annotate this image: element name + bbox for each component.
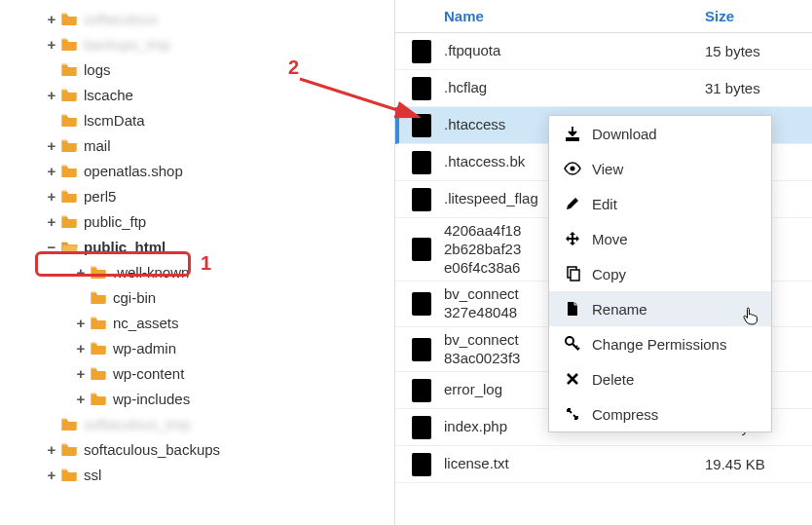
tree-item-label: backups_tmp	[84, 36, 170, 53]
tree-item-perl5[interactable]: +perl5	[0, 183, 394, 208]
menu-item-label: Rename	[592, 301, 647, 318]
file-icon	[399, 113, 444, 138]
file-name: .hcflag	[444, 79, 705, 97]
expand-toggle[interactable]: +	[45, 441, 58, 458]
file-icon	[399, 39, 444, 64]
tree-item-cgibin[interactable]: cgi-bin	[0, 284, 394, 310]
menu-item-view[interactable]: View	[549, 151, 771, 186]
menu-item-copy[interactable]: Copy	[549, 256, 771, 291]
folder-icon	[90, 290, 107, 304]
move-icon	[563, 231, 582, 246]
tree-item-label: wp-admin	[113, 340, 176, 356]
tree-item-publichtml[interactable]: −public_html	[0, 234, 394, 259]
tree-item-label: lscmData	[84, 112, 145, 129]
folder-icon	[60, 214, 78, 228]
tree-item-ncassets[interactable]: +nc_assets	[0, 310, 394, 335]
folder-icon	[60, 417, 78, 431]
tree-item-label: softaculous_backups	[84, 441, 220, 458]
file-row[interactable]: license.txt19.45 KB	[395, 446, 812, 483]
svg-point-0	[571, 167, 575, 171]
menu-item-change-permissions[interactable]: Change Permissions	[549, 326, 771, 361]
tree-item-label: nc_assets	[113, 315, 179, 331]
file-icon	[399, 150, 444, 175]
menu-item-edit[interactable]: Edit	[549, 186, 771, 221]
column-size[interactable]: Size	[705, 8, 812, 24]
expand-toggle[interactable]: +	[45, 36, 58, 53]
file-icon	[399, 76, 444, 101]
menu-item-compress[interactable]: Compress	[549, 396, 771, 431]
folder-icon	[60, 468, 78, 481]
expand-toggle[interactable]: −	[45, 239, 58, 255]
tree-item-wpcontent[interactable]: +wp-content	[0, 360, 394, 386]
file-row[interactable]: .hcflag31 bytes	[395, 70, 812, 107]
expand-toggle[interactable]: +	[74, 264, 88, 281]
file-icon	[399, 378, 444, 403]
tree-item-label: public_html	[84, 239, 166, 255]
tree-item-softaculoustmp[interactable]: softaculous_tmp	[0, 411, 394, 436]
copy-icon	[563, 266, 582, 281]
menu-item-label: Delete	[592, 371, 634, 388]
tree-item-wellknown[interactable]: +.well-known	[0, 259, 394, 284]
tree-item-logs[interactable]: logs	[0, 56, 394, 82]
folder-icon	[60, 189, 78, 203]
tree-item-openatlasshop[interactable]: +openatlas.shop	[0, 158, 394, 183]
tree-item-wpadmin[interactable]: +wp-admin	[0, 335, 394, 360]
folder-icon	[90, 366, 107, 380]
tree-item-softaculous[interactable]: +softaculous	[0, 6, 394, 31]
file-size: 19.45 KB	[705, 456, 812, 472]
folder-icon	[60, 12, 78, 25]
expand-toggle[interactable]: +	[45, 188, 58, 205]
context-menu: DownloadViewEditMoveCopyRenameChange Per…	[548, 115, 772, 432]
annotation-label-2: 2	[288, 56, 299, 79]
menu-item-label: Edit	[592, 196, 617, 212]
file-icon	[399, 415, 444, 440]
tree-item-label: openatlas.shop	[84, 163, 183, 179]
tree-item-label: .well-known	[113, 264, 189, 281]
folder-open-icon	[60, 240, 78, 253]
expand-toggle[interactable]: +	[74, 391, 88, 407]
file-icon	[399, 187, 444, 212]
tree-item-label: wp-includes	[113, 391, 190, 407]
tree-item-mail[interactable]: +mail	[0, 132, 394, 158]
expand-toggle[interactable]: +	[45, 137, 58, 154]
expand-toggle[interactable]: +	[45, 213, 58, 230]
tree-item-publicftp[interactable]: +public_ftp	[0, 208, 394, 234]
svg-rect-2	[571, 270, 579, 281]
menu-item-move[interactable]: Move	[549, 221, 771, 256]
menu-item-label: Move	[592, 231, 628, 247]
tree-item-label: logs	[84, 61, 111, 78]
tree-item-label: softaculous	[84, 11, 158, 27]
expand-toggle[interactable]: +	[45, 163, 58, 179]
expand-toggle[interactable]: +	[45, 87, 58, 103]
menu-item-download[interactable]: Download	[549, 116, 771, 151]
expand-toggle[interactable]: +	[45, 467, 58, 483]
tree-item-lscmdata[interactable]: lscmData	[0, 107, 394, 132]
tree-item-backupstmp[interactable]: +backups_tmp	[0, 31, 394, 56]
file-icon	[399, 237, 444, 262]
file-name: .ftpquota	[444, 42, 705, 60]
expand-toggle[interactable]: +	[45, 11, 58, 27]
expand-toggle[interactable]: +	[74, 365, 88, 382]
tree-item-label: perl5	[84, 188, 116, 205]
tree-item-ssl[interactable]: +ssl	[0, 462, 394, 487]
folder-icon	[60, 164, 78, 177]
folder-tree: +softaculous+backups_tmplogs+lscachelscm…	[0, 0, 394, 525]
menu-item-delete[interactable]: Delete	[549, 361, 771, 396]
perm-icon	[563, 336, 582, 352]
expand-toggle[interactable]: +	[74, 340, 88, 356]
expand-toggle[interactable]: +	[74, 315, 88, 331]
file-list-header: Name Size	[395, 0, 812, 33]
file-icon	[399, 291, 444, 317]
delete-icon	[563, 372, 582, 386]
tree-item-lscache[interactable]: +lscache	[0, 82, 394, 107]
tree-item-label: public_ftp	[84, 213, 146, 230]
menu-item-rename[interactable]: Rename	[549, 291, 771, 326]
tree-item-label: softaculous_tmp	[84, 416, 190, 432]
tree-item-wpincludes[interactable]: +wp-includes	[0, 386, 394, 411]
column-name[interactable]: Name	[444, 8, 705, 24]
file-name: license.txt	[444, 455, 705, 473]
tree-item-label: mail	[84, 137, 111, 154]
file-row[interactable]: .ftpquota15 bytes	[395, 33, 812, 70]
menu-item-label: Compress	[592, 406, 658, 423]
tree-item-softaculousbackups[interactable]: +softaculous_backups	[0, 436, 394, 462]
